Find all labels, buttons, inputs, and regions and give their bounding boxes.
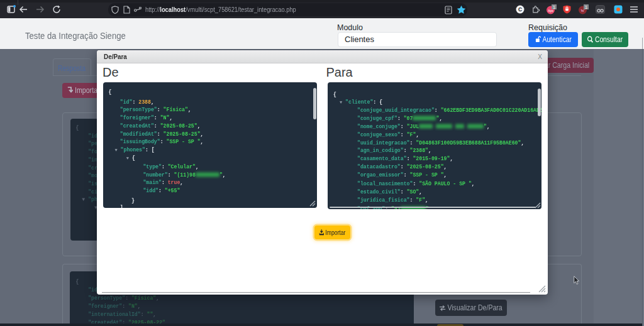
svg-text:1: 1 bbox=[585, 5, 587, 9]
svg-text:C: C bbox=[518, 6, 522, 13]
svg-text:1: 1 bbox=[553, 5, 555, 9]
